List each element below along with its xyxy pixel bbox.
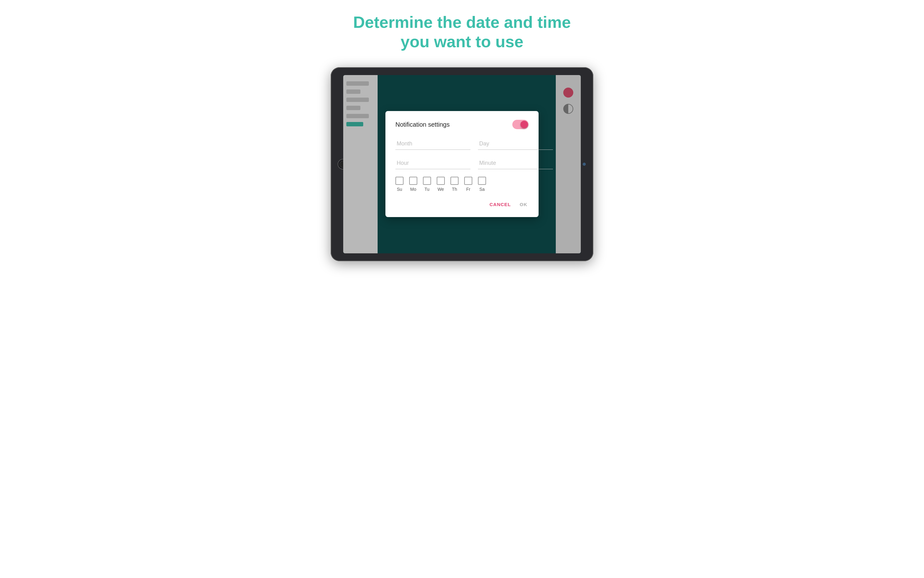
weekday-checkbox-tu[interactable] — [423, 177, 431, 185]
weekday-checkbox-th[interactable] — [450, 177, 458, 185]
weekday-checkbox-we[interactable] — [437, 177, 445, 185]
weekday-label-tu: Tu — [424, 187, 429, 192]
weekday-item: We — [437, 177, 445, 192]
cancel-button[interactable]: CANCEL — [488, 199, 512, 209]
weekday-checkbox-su[interactable] — [395, 177, 403, 185]
weekday-checkbox-fr[interactable] — [464, 177, 473, 185]
day-input[interactable] — [478, 138, 553, 150]
month-input[interactable] — [395, 138, 471, 150]
page-title: Determine the date and time you want to … — [353, 13, 571, 52]
date-row — [395, 138, 529, 150]
camera-dot — [583, 162, 586, 166]
weekday-checkbox-mo[interactable] — [409, 177, 417, 185]
weekday-item: Su — [395, 177, 403, 192]
weekday-label-sa: Sa — [479, 187, 484, 192]
weekday-label-mo: Mo — [410, 187, 416, 192]
weekday-label-th: Th — [452, 187, 457, 192]
dialog-title: Notification settings — [395, 121, 450, 128]
weekday-label-su: Su — [396, 187, 402, 192]
toggle-knob — [521, 121, 528, 128]
weekday-checkbox-sa[interactable] — [478, 177, 486, 185]
dialog-actions: CANCEL OK — [395, 199, 529, 209]
modal-overlay: Notification settings SuMoTuW — [343, 75, 581, 253]
dialog-header: Notification settings — [395, 120, 529, 129]
notification-settings-dialog: Notification settings SuMoTuW — [385, 111, 539, 217]
weekday-item: Mo — [409, 177, 417, 192]
time-row — [395, 157, 529, 169]
ipad-device: Notification settings SuMoTuW — [331, 67, 593, 261]
ipad-screen: Notification settings SuMoTuW — [343, 75, 581, 253]
weekday-label-we: We — [438, 187, 444, 192]
minute-input[interactable] — [478, 157, 553, 169]
weekday-item: Tu — [423, 177, 431, 192]
ok-button[interactable]: OK — [519, 199, 529, 209]
weekdays-container: SuMoTuWeThFrSa — [395, 177, 529, 192]
hour-input[interactable] — [395, 157, 471, 169]
weekday-label-fr: Fr — [466, 187, 470, 192]
weekday-item: Sa — [478, 177, 486, 192]
notification-toggle[interactable] — [512, 120, 529, 129]
weekday-item: Th — [450, 177, 458, 192]
weekday-item: Fr — [464, 177, 473, 192]
